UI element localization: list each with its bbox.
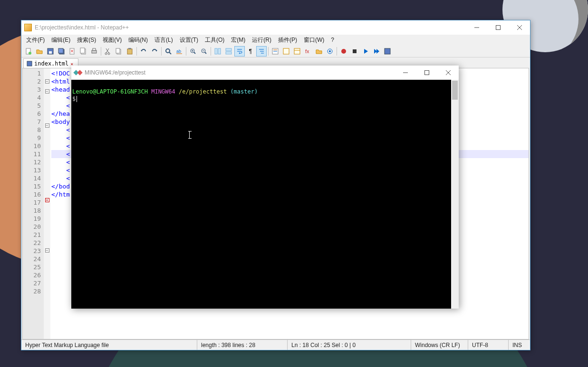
menu-file[interactable]: 文件(F) <box>23 35 48 45</box>
zoom-out-icon[interactable] <box>199 46 209 56</box>
menu-tools[interactable]: 工具(O) <box>202 35 227 45</box>
svg-rect-9 <box>58 48 63 53</box>
all-chars-icon[interactable]: ¶ <box>245 46 256 56</box>
doc-map2-icon[interactable] <box>292 46 302 56</box>
monitor-icon[interactable] <box>325 46 335 56</box>
maximize-button[interactable] <box>487 20 509 35</box>
svg-rect-36 <box>218 48 221 54</box>
redo-icon[interactable] <box>149 46 160 56</box>
toolbar-separator <box>211 47 211 56</box>
toolbar-separator <box>161 47 162 56</box>
record-macro-icon[interactable] <box>338 46 349 56</box>
function-list-icon[interactable]: fx <box>303 46 313 56</box>
text-cursor-icon <box>189 131 190 139</box>
replace-icon[interactable]: ab <box>174 46 184 56</box>
svg-rect-24 <box>128 48 131 49</box>
status-length: length : 398 lines : 28 <box>197 340 288 350</box>
tab-label: index.html <box>34 60 68 67</box>
open-file-icon[interactable] <box>34 46 45 56</box>
save-macro-icon[interactable] <box>382 46 393 56</box>
prompt-user: Lenovo@LAPTOP-61GNF3CH <box>72 88 148 95</box>
maximize-button[interactable] <box>416 66 437 80</box>
prompt-path: /e/projecttest <box>179 88 227 95</box>
find-icon[interactable] <box>163 46 174 56</box>
menubar: 文件(F) 编辑(E) 搜索(S) 视图(V) 编码(N) 语言(L) 设置(T… <box>21 35 530 45</box>
svg-line-34 <box>205 52 206 54</box>
svg-rect-1 <box>496 26 500 30</box>
svg-line-31 <box>194 52 195 54</box>
play-multi-icon[interactable] <box>371 46 382 56</box>
minimize-button[interactable] <box>395 66 416 80</box>
close-button[interactable] <box>509 20 530 35</box>
close-all-icon[interactable] <box>78 46 88 56</box>
wrap-icon[interactable] <box>234 46 245 56</box>
zoom-in-icon[interactable] <box>188 46 198 56</box>
indent-guide-icon[interactable] <box>256 46 267 56</box>
undo-icon[interactable] <box>138 46 149 56</box>
minimize-button[interactable] <box>466 20 487 35</box>
window-controls <box>395 66 459 80</box>
svg-rect-56 <box>424 71 429 75</box>
menu-help[interactable]: ? <box>328 36 337 44</box>
svg-text:ab: ab <box>176 49 181 54</box>
scrollbar-thumb[interactable] <box>452 81 458 100</box>
svg-rect-23 <box>127 49 132 54</box>
stop-macro-icon[interactable] <box>349 46 360 56</box>
copy-icon[interactable] <box>114 46 124 56</box>
notepadpp-icon <box>24 24 32 31</box>
toolbar-separator <box>101 47 101 56</box>
toolbar-separator <box>337 47 337 56</box>
svg-rect-7 <box>49 51 52 54</box>
terminal-body[interactable]: Lenovo@LAPTOP-61GNF3CH MINGW64 /e/projec… <box>71 80 459 309</box>
terminal-cmdline[interactable]: $ <box>72 95 458 103</box>
toolbar: ab ¶ fx <box>21 45 530 57</box>
new-file-icon[interactable] <box>23 46 34 56</box>
toolbar-separator <box>136 47 137 56</box>
doc-map-icon[interactable] <box>281 46 291 56</box>
menu-window[interactable]: 窗口(W) <box>301 35 327 45</box>
tab-index-html[interactable]: index.html ✕ <box>23 58 78 68</box>
tab-close-icon[interactable]: ✕ <box>70 61 75 66</box>
svg-rect-35 <box>215 48 217 54</box>
menu-plugins[interactable]: 插件(P) <box>275 35 300 45</box>
toolbar-separator <box>268 47 269 56</box>
status-mode: INS <box>509 340 530 350</box>
terminal-cursor <box>77 96 77 102</box>
print-icon[interactable] <box>89 46 99 56</box>
menu-language[interactable]: 语言(L) <box>152 35 176 45</box>
udl-icon[interactable] <box>270 46 280 56</box>
folder-view-icon[interactable] <box>314 46 324 56</box>
save-icon[interactable] <box>45 46 56 56</box>
play-macro-icon[interactable] <box>360 46 371 56</box>
sync-v-icon[interactable] <box>212 46 223 56</box>
menu-edit[interactable]: 编辑(E) <box>48 35 73 45</box>
titlebar[interactable]: E:\projecttest\index.html - Notepad++ <box>21 20 530 35</box>
save-all-icon[interactable] <box>56 46 67 56</box>
svg-rect-14 <box>80 48 85 53</box>
menu-run[interactable]: 运行(R) <box>249 35 274 45</box>
mintty-icon <box>74 69 82 76</box>
terminal-prompt: Lenovo@LAPTOP-61GNF3CH MINGW64 /e/projec… <box>72 88 458 95</box>
svg-rect-54 <box>27 61 32 66</box>
statusbar: Hyper Text Markup Language file length :… <box>21 339 530 350</box>
prompt-symbol: $ <box>72 95 76 102</box>
menu-encoding[interactable]: 编码(N) <box>125 35 151 45</box>
svg-point-5 <box>29 52 31 55</box>
terminal-scrollbar[interactable] <box>451 80 459 309</box>
terminal-title: MINGW64:/e/projecttest <box>85 69 395 76</box>
svg-rect-37 <box>226 48 231 51</box>
file-icon <box>27 61 32 66</box>
fold-column[interactable] <box>44 68 50 339</box>
svg-point-51 <box>341 49 346 54</box>
cut-icon[interactable] <box>103 46 113 56</box>
terminal-titlebar[interactable]: MINGW64:/e/projecttest <box>71 66 459 80</box>
close-file-icon[interactable] <box>67 46 77 56</box>
paste-icon[interactable] <box>125 46 135 56</box>
status-encoding: UTF-8 <box>468 340 509 350</box>
sync-h-icon[interactable] <box>223 46 234 56</box>
menu-view[interactable]: 视图(V) <box>100 35 125 45</box>
menu-settings[interactable]: 设置(T) <box>177 35 201 45</box>
menu-macro[interactable]: 宏(M) <box>228 35 248 45</box>
close-button[interactable] <box>437 66 459 80</box>
menu-search[interactable]: 搜索(S) <box>74 35 99 45</box>
